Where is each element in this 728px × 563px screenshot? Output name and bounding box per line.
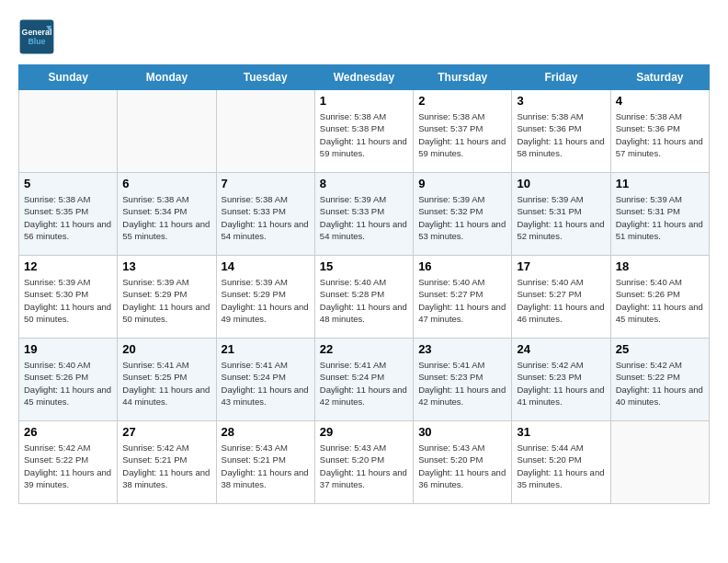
- calendar-cell: [610, 421, 709, 504]
- day-number: 13: [122, 259, 210, 273]
- day-number: 18: [616, 259, 704, 273]
- calendar-cell: 22Sunrise: 5:41 AM Sunset: 5:24 PM Dayli…: [314, 339, 413, 421]
- logo-icon: General Blue: [18, 18, 55, 55]
- calendar-cell: 19Sunrise: 5:40 AM Sunset: 5:26 PM Dayli…: [19, 339, 118, 421]
- svg-text:Blue: Blue: [28, 37, 45, 46]
- day-number: 5: [24, 177, 112, 190]
- day-number: 6: [122, 177, 210, 190]
- weekday-header-thursday: Thursday: [414, 65, 512, 90]
- day-info: Sunrise: 5:40 AM Sunset: 5:26 PM Dayligh…: [616, 276, 704, 325]
- day-number: 12: [24, 259, 112, 273]
- day-number: 3: [517, 94, 605, 108]
- weekday-header-row: SundayMondayTuesdayWednesdayThursdayFrid…: [19, 65, 710, 90]
- day-info: Sunrise: 5:43 AM Sunset: 5:20 PM Dayligh…: [320, 442, 408, 490]
- day-info: Sunrise: 5:39 AM Sunset: 5:30 PM Dayligh…: [24, 276, 112, 325]
- day-info: Sunrise: 5:42 AM Sunset: 5:21 PM Dayligh…: [122, 442, 210, 490]
- calendar-cell: 24Sunrise: 5:42 AM Sunset: 5:23 PM Dayli…: [512, 339, 610, 421]
- day-number: 11: [616, 177, 704, 190]
- calendar-cell: [118, 90, 216, 173]
- day-info: Sunrise: 5:39 AM Sunset: 5:29 PM Dayligh…: [122, 276, 210, 325]
- day-number: 9: [418, 177, 506, 190]
- calendar-cell: 14Sunrise: 5:39 AM Sunset: 5:29 PM Dayli…: [216, 256, 314, 339]
- day-number: 2: [418, 94, 506, 108]
- day-number: 28: [222, 425, 310, 439]
- calendar-cell: 20Sunrise: 5:41 AM Sunset: 5:25 PM Dayli…: [118, 339, 216, 421]
- calendar-cell: 27Sunrise: 5:42 AM Sunset: 5:21 PM Dayli…: [118, 421, 216, 504]
- day-number: 8: [320, 177, 408, 190]
- calendar-week-0: 1Sunrise: 5:38 AM Sunset: 5:38 PM Daylig…: [19, 90, 710, 173]
- day-info: Sunrise: 5:40 AM Sunset: 5:26 PM Dayligh…: [24, 359, 112, 408]
- day-number: 7: [222, 177, 310, 190]
- day-info: Sunrise: 5:39 AM Sunset: 5:33 PM Dayligh…: [320, 193, 408, 242]
- weekday-header-friday: Friday: [512, 65, 610, 90]
- calendar-cell: 7Sunrise: 5:38 AM Sunset: 5:33 PM Daylig…: [216, 173, 314, 256]
- calendar-cell: 12Sunrise: 5:39 AM Sunset: 5:30 PM Dayli…: [19, 256, 118, 339]
- day-number: 15: [320, 259, 408, 273]
- day-info: Sunrise: 5:42 AM Sunset: 5:22 PM Dayligh…: [24, 442, 112, 490]
- day-number: 31: [517, 425, 605, 439]
- day-info: Sunrise: 5:43 AM Sunset: 5:21 PM Dayligh…: [222, 442, 310, 490]
- day-info: Sunrise: 5:42 AM Sunset: 5:23 PM Dayligh…: [517, 359, 605, 408]
- calendar-week-1: 5Sunrise: 5:38 AM Sunset: 5:35 PM Daylig…: [19, 173, 710, 256]
- day-info: Sunrise: 5:41 AM Sunset: 5:24 PM Dayligh…: [320, 359, 408, 408]
- day-info: Sunrise: 5:38 AM Sunset: 5:35 PM Dayligh…: [24, 193, 112, 242]
- calendar-week-4: 26Sunrise: 5:42 AM Sunset: 5:22 PM Dayli…: [19, 421, 710, 504]
- calendar-header: SundayMondayTuesdayWednesdayThursdayFrid…: [19, 65, 710, 90]
- calendar-cell: 10Sunrise: 5:39 AM Sunset: 5:31 PM Dayli…: [512, 173, 610, 256]
- calendar-cell: 1Sunrise: 5:38 AM Sunset: 5:38 PM Daylig…: [314, 90, 413, 173]
- day-info: Sunrise: 5:40 AM Sunset: 5:27 PM Dayligh…: [517, 276, 605, 325]
- day-number: 1: [320, 94, 408, 108]
- day-info: Sunrise: 5:38 AM Sunset: 5:33 PM Dayligh…: [222, 193, 310, 242]
- day-number: 25: [616, 342, 704, 356]
- calendar-table: SundayMondayTuesdayWednesdayThursdayFrid…: [18, 64, 710, 504]
- calendar-cell: [19, 90, 118, 173]
- day-info: Sunrise: 5:41 AM Sunset: 5:25 PM Dayligh…: [122, 359, 210, 408]
- day-number: 24: [517, 342, 605, 356]
- day-info: Sunrise: 5:41 AM Sunset: 5:23 PM Dayligh…: [418, 359, 506, 408]
- day-number: 4: [616, 94, 704, 108]
- weekday-header-sunday: Sunday: [19, 65, 118, 90]
- weekday-header-monday: Monday: [118, 65, 216, 90]
- day-info: Sunrise: 5:44 AM Sunset: 5:20 PM Dayligh…: [517, 442, 605, 490]
- calendar-cell: 30Sunrise: 5:43 AM Sunset: 5:20 PM Dayli…: [414, 421, 512, 504]
- day-number: 30: [418, 425, 506, 439]
- day-number: 22: [320, 342, 408, 356]
- day-info: Sunrise: 5:39 AM Sunset: 5:31 PM Dayligh…: [616, 193, 704, 242]
- calendar-cell: 31Sunrise: 5:44 AM Sunset: 5:20 PM Dayli…: [512, 421, 610, 504]
- svg-text:General: General: [22, 28, 52, 37]
- day-number: 27: [122, 425, 210, 439]
- calendar-cell: 29Sunrise: 5:43 AM Sunset: 5:20 PM Dayli…: [314, 421, 413, 504]
- day-info: Sunrise: 5:39 AM Sunset: 5:31 PM Dayligh…: [517, 193, 605, 242]
- day-info: Sunrise: 5:38 AM Sunset: 5:34 PM Dayligh…: [122, 193, 210, 242]
- calendar-cell: 21Sunrise: 5:41 AM Sunset: 5:24 PM Dayli…: [216, 339, 314, 421]
- calendar-cell: 15Sunrise: 5:40 AM Sunset: 5:28 PM Dayli…: [314, 256, 413, 339]
- day-info: Sunrise: 5:39 AM Sunset: 5:32 PM Dayligh…: [418, 193, 506, 242]
- day-number: 16: [418, 259, 506, 273]
- calendar-cell: 26Sunrise: 5:42 AM Sunset: 5:22 PM Dayli…: [19, 421, 118, 504]
- day-number: 10: [517, 177, 605, 190]
- day-info: Sunrise: 5:38 AM Sunset: 5:38 PM Dayligh…: [320, 110, 408, 159]
- day-number: 29: [320, 425, 408, 439]
- day-info: Sunrise: 5:43 AM Sunset: 5:20 PM Dayligh…: [418, 442, 506, 490]
- day-number: 17: [517, 259, 605, 273]
- calendar-cell: 8Sunrise: 5:39 AM Sunset: 5:33 PM Daylig…: [314, 173, 413, 256]
- calendar-cell: 28Sunrise: 5:43 AM Sunset: 5:21 PM Dayli…: [216, 421, 314, 504]
- day-info: Sunrise: 5:38 AM Sunset: 5:36 PM Dayligh…: [517, 110, 605, 159]
- calendar-week-3: 19Sunrise: 5:40 AM Sunset: 5:26 PM Dayli…: [19, 339, 710, 421]
- calendar-cell: 5Sunrise: 5:38 AM Sunset: 5:35 PM Daylig…: [19, 173, 118, 256]
- calendar-cell: 16Sunrise: 5:40 AM Sunset: 5:27 PM Dayli…: [414, 256, 512, 339]
- weekday-header-tuesday: Tuesday: [216, 65, 314, 90]
- calendar-cell: 25Sunrise: 5:42 AM Sunset: 5:22 PM Dayli…: [610, 339, 709, 421]
- calendar-body: 1Sunrise: 5:38 AM Sunset: 5:38 PM Daylig…: [19, 90, 710, 504]
- calendar-cell: 23Sunrise: 5:41 AM Sunset: 5:23 PM Dayli…: [414, 339, 512, 421]
- weekday-header-wednesday: Wednesday: [314, 65, 413, 90]
- day-info: Sunrise: 5:42 AM Sunset: 5:22 PM Dayligh…: [616, 359, 704, 408]
- calendar-cell: 17Sunrise: 5:40 AM Sunset: 5:27 PM Dayli…: [512, 256, 610, 339]
- weekday-header-saturday: Saturday: [610, 65, 709, 90]
- day-number: 21: [222, 342, 310, 356]
- day-number: 20: [122, 342, 210, 356]
- day-info: Sunrise: 5:39 AM Sunset: 5:29 PM Dayligh…: [222, 276, 310, 325]
- calendar-cell: 11Sunrise: 5:39 AM Sunset: 5:31 PM Dayli…: [610, 173, 709, 256]
- calendar-cell: 2Sunrise: 5:38 AM Sunset: 5:37 PM Daylig…: [414, 90, 512, 173]
- day-info: Sunrise: 5:40 AM Sunset: 5:27 PM Dayligh…: [418, 276, 506, 325]
